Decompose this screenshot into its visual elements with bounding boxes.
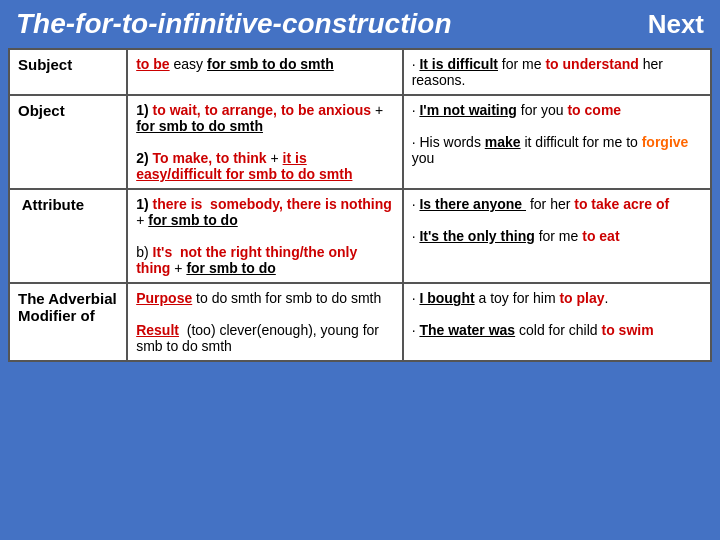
- adverbial-middle: Purpose to do smth for smb to do smth Re…: [127, 283, 402, 361]
- page-title: The-for-to-infinitive-construction: [16, 8, 452, 40]
- label-attribute: Attribute: [9, 189, 127, 283]
- table-row-subject: Subject to be easy for smb to do smth · …: [9, 49, 711, 95]
- main-table-container: Subject to be easy for smb to do smth · …: [8, 48, 712, 362]
- adverbial-right: · I bought a toy for him to play. · The …: [403, 283, 711, 361]
- object-middle: 1) to wait, to arrange, to be anxious + …: [127, 95, 402, 189]
- subject-right: · It is difficult for me to understand h…: [403, 49, 711, 95]
- label-object: Object: [9, 95, 127, 189]
- attribute-right: · Is there anyone for her to take acre o…: [403, 189, 711, 283]
- label-adverbial: The Adverbial Modifier of: [9, 283, 127, 361]
- object-right: · I'm not waiting for you to come · His …: [403, 95, 711, 189]
- table-row-object: Object 1) to wait, to arrange, to be anx…: [9, 95, 711, 189]
- label-subject: Subject: [9, 49, 127, 95]
- table-row-attribute: Attribute 1) there is somebody, there is…: [9, 189, 711, 283]
- page-header: The-for-to-infinitive-construction Next: [0, 0, 720, 48]
- table-row-adverbial: The Adverbial Modifier of Purpose to do …: [9, 283, 711, 361]
- next-button[interactable]: Next: [648, 9, 704, 40]
- grammar-table: Subject to be easy for smb to do smth · …: [8, 48, 712, 362]
- subject-middle: to be easy for smb to do smth: [127, 49, 402, 95]
- attribute-middle: 1) there is somebody, there is nothing +…: [127, 189, 402, 283]
